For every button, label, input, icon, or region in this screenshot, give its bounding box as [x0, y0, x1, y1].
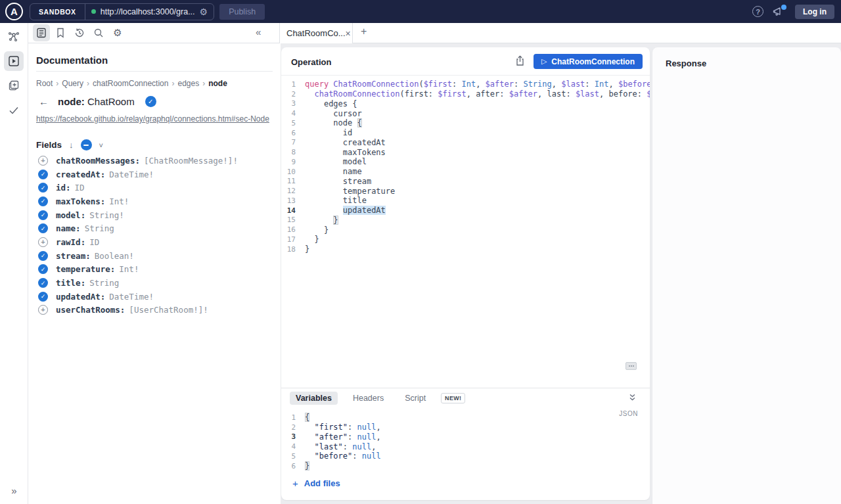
keyboard-shortcuts-icon[interactable] — [625, 362, 637, 370]
operation-collections-icon[interactable] — [4, 76, 24, 95]
field-checked-icon[interactable]: ✓ — [38, 251, 48, 261]
field-checked-icon[interactable]: ✓ — [38, 292, 48, 302]
tab-headers[interactable]: Headers — [347, 392, 390, 405]
field-checked-icon[interactable]: ✓ — [38, 210, 48, 220]
field-selected-check-icon[interactable]: ✓ — [145, 96, 156, 107]
checklist-icon[interactable] — [4, 101, 24, 120]
deselect-all-fields-icon[interactable] — [81, 139, 92, 150]
field-type[interactable]: [ChatRoomMessage!]! — [144, 156, 238, 166]
announcements-icon[interactable] — [773, 6, 786, 18]
bookmark-icon[interactable] — [52, 24, 69, 41]
field-row[interactable]: ✓id:ID — [36, 181, 275, 195]
field-type[interactable]: Int! — [119, 264, 139, 274]
explorer-icon[interactable] — [4, 51, 24, 71]
code-line[interactable]: 1query ChatRoomConnection($first: Int, $… — [281, 80, 650, 89]
tab-script[interactable]: Script — [399, 392, 432, 405]
login-button[interactable]: Log in — [795, 5, 834, 19]
field-checked-icon[interactable]: ✓ — [38, 170, 48, 179]
code-line[interactable]: 3 "after": null, — [281, 432, 650, 442]
endpoint-url-box[interactable]: http://localhost:3000/gra... ⚙ — [85, 7, 214, 16]
code-line[interactable]: 10 name — [281, 167, 650, 177]
code-line[interactable]: 14 updatedAt — [281, 206, 650, 216]
code-line[interactable]: 9 model — [281, 157, 650, 167]
code-line[interactable]: 4 "last": null, — [281, 442, 650, 451]
field-type[interactable]: ID — [89, 237, 99, 247]
field-row[interactable]: ✓createdAt:DateTime! — [36, 168, 275, 181]
field-type[interactable]: DateTime! — [109, 170, 154, 179]
field-type[interactable]: Int! — [109, 196, 129, 206]
code-line[interactable]: 1{ — [281, 413, 650, 423]
field-checked-icon[interactable]: ✓ — [38, 196, 48, 206]
code-line[interactable]: 12 temperature — [281, 186, 650, 196]
field-row[interactable]: ✓maxTokens:Int! — [36, 195, 275, 208]
code-line[interactable]: 13 title — [281, 196, 650, 206]
code-line[interactable]: 6 id — [281, 128, 650, 138]
field-row[interactable]: +chatRoomMessages:[ChatRoomMessage!]! — [36, 154, 275, 168]
share-icon[interactable] — [515, 55, 525, 66]
code-line[interactable]: 5 node { — [281, 118, 650, 128]
code-line[interactable]: 2 chatRoomConnection(first: $first, afte… — [281, 89, 650, 99]
code-line[interactable]: 6} — [281, 461, 650, 471]
code-line[interactable]: 15 } — [281, 216, 650, 225]
apollo-logo[interactable]: A — [5, 3, 23, 20]
breadcrumb-item[interactable]: edges — [177, 79, 199, 88]
history-icon[interactable] — [71, 24, 88, 41]
code-line[interactable]: 2 "first": null, — [281, 423, 650, 432]
field-add-icon[interactable]: + — [38, 237, 48, 247]
field-checked-icon[interactable]: ✓ — [38, 183, 48, 193]
field-row[interactable]: ✓title:String — [36, 276, 275, 290]
field-add-icon[interactable]: + — [38, 305, 48, 315]
field-row[interactable]: +userChatRooms:[UserChatRoom!]! — [36, 304, 275, 317]
search-icon[interactable] — [90, 24, 107, 41]
expand-rail-icon[interactable]: » — [0, 485, 28, 496]
settings-gear-icon[interactable]: ⚙ — [109, 24, 126, 41]
code-line[interactable]: 5 "before": null — [281, 451, 650, 461]
field-type[interactable]: Boolean! — [95, 251, 134, 261]
field-type[interactable]: String — [89, 278, 119, 288]
field-checked-icon[interactable]: ✓ — [38, 264, 48, 274]
add-files-button[interactable]: + Add files — [292, 478, 340, 489]
help-icon[interactable]: ? — [752, 6, 763, 17]
field-row[interactable]: ✓stream:Boolean! — [36, 249, 275, 263]
breadcrumb-item[interactable]: Root — [36, 79, 53, 88]
code-line[interactable]: 3 edges { — [281, 99, 650, 109]
doc-external-link[interactable]: https://facebook.github.io/relay/graphql… — [36, 114, 269, 124]
run-operation-button[interactable]: ▷ ChatRoomConnection — [534, 54, 643, 69]
field-row[interactable]: ✓updatedAt:DateTime! — [36, 290, 275, 304]
sort-fields-icon[interactable]: ↓ — [69, 140, 74, 150]
code-line[interactable]: 7 createdAt — [281, 138, 650, 148]
field-type[interactable]: String! — [89, 210, 124, 220]
operation-editor[interactable]: 1query ChatRoomConnection($first: Int, $… — [281, 76, 650, 388]
tab-close-icon[interactable]: × — [346, 28, 351, 39]
code-line[interactable]: 16 } — [281, 225, 650, 235]
field-row[interactable]: +rawId:ID — [36, 235, 275, 249]
field-type[interactable]: ID — [75, 183, 85, 193]
breadcrumb-item[interactable]: Query — [62, 79, 83, 88]
code-line[interactable]: 18} — [281, 244, 650, 254]
collapse-variables-icon[interactable] — [628, 394, 637, 401]
publish-button[interactable]: Publish — [219, 4, 265, 20]
field-row[interactable]: ✓temperature:Int! — [36, 263, 275, 277]
field-row[interactable]: ✓model:String! — [36, 208, 275, 222]
schema-icon[interactable] — [4, 27, 24, 47]
breadcrumb-item[interactable]: chatRoomConnection — [93, 79, 168, 88]
endpoint-url[interactable]: http://localhost:3000/gra... — [101, 7, 195, 16]
code-line[interactable]: 11 stream — [281, 177, 650, 187]
code-line[interactable]: 4 cursor — [281, 108, 650, 118]
code-line[interactable]: 17 } — [281, 235, 650, 244]
field-type[interactable]: [UserChatRoom!]! — [129, 305, 208, 315]
field-add-icon[interactable]: + — [38, 156, 48, 166]
variables-editor[interactable]: 1{2 "first": null,3 "after": null,4 "las… — [281, 413, 650, 471]
collapse-docs-icon[interactable]: « — [256, 26, 261, 37]
back-arrow-icon[interactable]: ← — [39, 96, 49, 107]
tab-variables[interactable]: Variables — [290, 392, 338, 405]
endpoint-settings-gear-icon[interactable]: ⚙ — [200, 7, 208, 16]
new-tab-icon[interactable]: + — [357, 26, 371, 37]
field-row[interactable]: ✓name:String — [36, 221, 275, 235]
field-checked-icon[interactable]: ✓ — [38, 278, 48, 288]
code-line[interactable]: 8 maxTokens — [281, 147, 650, 157]
tab-chatroomconnection[interactable]: ChatRoomCo... × — [279, 23, 353, 43]
fields-chevron-down-icon[interactable]: ˅ — [99, 141, 103, 149]
field-type[interactable]: DateTime! — [109, 292, 154, 302]
field-type[interactable]: String — [85, 223, 114, 233]
